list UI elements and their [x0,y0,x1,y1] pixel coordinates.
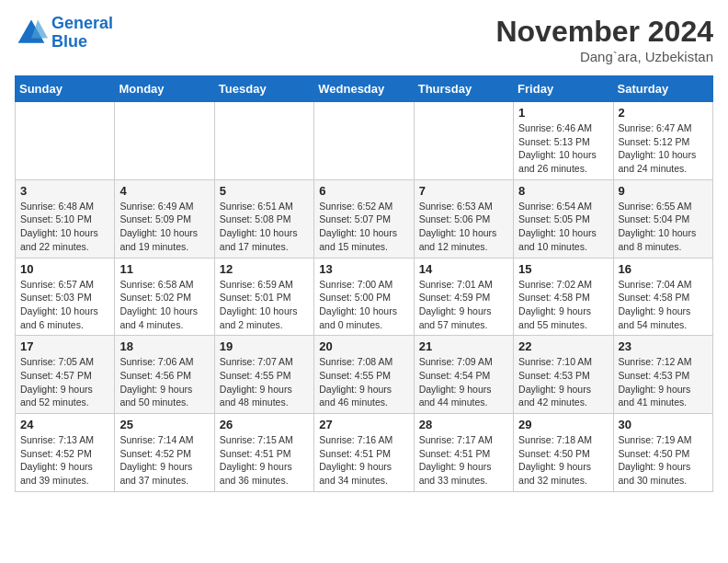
weekday-saturday: Saturday [613,76,712,102]
calendar-cell: 16Sunrise: 7:04 AMSunset: 4:58 PMDayligh… [613,258,712,336]
calendar-cell: 8Sunrise: 6:54 AMSunset: 5:05 PMDaylight… [514,179,613,258]
day-info: Sunrise: 7:10 AMSunset: 4:53 PMDaylight:… [518,355,608,409]
day-number: 6 [319,184,408,198]
day-number: 28 [419,418,508,431]
calendar-cell: 5Sunrise: 6:51 AMSunset: 5:08 PMDaylight… [214,179,313,258]
day-info: Sunrise: 6:57 AMSunset: 5:03 PMDaylight:… [20,278,109,332]
logo-text: General Blue [51,15,113,52]
day-info: Sunrise: 6:59 AMSunset: 5:01 PMDaylight:… [220,278,309,332]
day-info: Sunrise: 7:05 AMSunset: 4:57 PMDaylight:… [20,355,109,409]
day-number: 2 [619,106,708,120]
calendar-cell: 26Sunrise: 7:15 AMSunset: 4:51 PMDayligh… [214,414,313,492]
calendar-cell: 15Sunrise: 7:02 AMSunset: 4:58 PMDayligh… [514,258,613,336]
day-number: 12 [220,262,309,276]
calendar-cell: 1Sunrise: 6:46 AMSunset: 5:13 PMDaylight… [514,102,613,180]
day-number: 25 [119,418,209,431]
calendar-cell [214,102,313,180]
calendar-cell: 24Sunrise: 7:13 AMSunset: 4:52 PMDayligh… [16,414,115,492]
day-number: 15 [518,262,608,276]
calendar-body: 1Sunrise: 6:46 AMSunset: 5:13 PMDaylight… [16,102,713,492]
calendar-header: SundayMondayTuesdayWednesdayThursdayFrid… [16,76,713,102]
day-info: Sunrise: 6:51 AMSunset: 5:08 PMDaylight:… [220,200,309,254]
calendar-cell: 29Sunrise: 7:18 AMSunset: 4:50 PMDayligh… [514,414,613,492]
day-info: Sunrise: 6:52 AMSunset: 5:07 PMDaylight:… [319,200,408,254]
week-row-3: 10Sunrise: 6:57 AMSunset: 5:03 PMDayligh… [16,258,713,336]
day-number: 30 [619,418,708,431]
day-number: 3 [20,184,109,198]
calendar-cell: 23Sunrise: 7:12 AMSunset: 4:53 PMDayligh… [613,336,712,414]
calendar-cell: 4Sunrise: 6:49 AMSunset: 5:09 PMDaylight… [115,179,214,258]
weekday-thursday: Thursday [414,76,513,102]
weekday-friday: Friday [514,76,613,102]
calendar-cell [314,102,414,180]
day-number: 13 [319,262,408,276]
day-number: 23 [619,339,708,353]
calendar-table: SundayMondayTuesdayWednesdayThursdayFrid… [15,75,713,492]
day-info: Sunrise: 7:06 AMSunset: 4:56 PMDaylight:… [119,355,209,409]
logo-line1: General [51,14,113,32]
day-info: Sunrise: 7:02 AMSunset: 4:58 PMDaylight:… [518,278,608,332]
calendar-cell: 11Sunrise: 6:58 AMSunset: 5:02 PMDayligh… [115,258,214,336]
calendar-cell: 6Sunrise: 6:52 AMSunset: 5:07 PMDaylight… [314,179,414,258]
calendar-cell: 3Sunrise: 6:48 AMSunset: 5:10 PMDaylight… [16,179,115,258]
calendar-cell: 19Sunrise: 7:07 AMSunset: 4:55 PMDayligh… [214,336,313,414]
day-info: Sunrise: 6:46 AMSunset: 5:13 PMDaylight:… [518,121,608,176]
day-number: 19 [220,339,309,353]
day-info: Sunrise: 7:08 AMSunset: 4:55 PMDaylight:… [319,355,408,409]
day-info: Sunrise: 7:07 AMSunset: 4:55 PMDaylight:… [220,355,309,409]
calendar-cell: 30Sunrise: 7:19 AMSunset: 4:50 PMDayligh… [613,414,712,492]
day-info: Sunrise: 7:18 AMSunset: 4:50 PMDaylight:… [518,433,608,488]
weekday-tuesday: Tuesday [214,76,313,102]
calendar-cell [115,102,214,180]
calendar-cell: 17Sunrise: 7:05 AMSunset: 4:57 PMDayligh… [16,336,115,414]
calendar-cell: 18Sunrise: 7:06 AMSunset: 4:56 PMDayligh… [115,336,214,414]
day-info: Sunrise: 7:15 AMSunset: 4:51 PMDaylight:… [220,433,309,488]
calendar-cell: 10Sunrise: 6:57 AMSunset: 5:03 PMDayligh… [16,258,115,336]
calendar-cell: 9Sunrise: 6:55 AMSunset: 5:04 PMDaylight… [613,179,712,258]
weekday-wednesday: Wednesday [314,76,414,102]
calendar-cell: 27Sunrise: 7:16 AMSunset: 4:51 PMDayligh… [314,414,414,492]
day-number: 26 [220,418,309,431]
week-row-1: 1Sunrise: 6:46 AMSunset: 5:13 PMDaylight… [16,102,713,180]
weekday-header-row: SundayMondayTuesdayWednesdayThursdayFrid… [16,76,713,102]
week-row-4: 17Sunrise: 7:05 AMSunset: 4:57 PMDayligh… [16,336,713,414]
day-info: Sunrise: 7:17 AMSunset: 4:51 PMDaylight:… [419,433,508,488]
day-info: Sunrise: 7:13 AMSunset: 4:52 PMDaylight:… [20,433,109,488]
calendar-cell: 14Sunrise: 7:01 AMSunset: 4:59 PMDayligh… [414,258,513,336]
day-info: Sunrise: 6:47 AMSunset: 5:12 PMDaylight:… [619,121,708,176]
day-number: 1 [518,106,608,120]
day-number: 5 [220,184,309,198]
logo-icon [15,17,48,50]
day-info: Sunrise: 6:54 AMSunset: 5:05 PMDaylight:… [518,200,608,254]
calendar-cell: 25Sunrise: 7:14 AMSunset: 4:52 PMDayligh… [115,414,214,492]
calendar-cell: 21Sunrise: 7:09 AMSunset: 4:54 PMDayligh… [414,336,513,414]
title-block: November 2024 Dang`ara, Uzbekistan [495,15,713,64]
day-number: 4 [119,184,209,198]
day-number: 20 [319,339,408,353]
month-title: November 2024 [495,15,713,49]
day-info: Sunrise: 6:49 AMSunset: 5:09 PMDaylight:… [119,200,209,254]
day-number: 29 [518,418,608,431]
calendar-cell: 22Sunrise: 7:10 AMSunset: 4:53 PMDayligh… [514,336,613,414]
weekday-monday: Monday [115,76,214,102]
logo-line2: Blue [51,32,87,51]
day-info: Sunrise: 7:14 AMSunset: 4:52 PMDaylight:… [119,433,209,488]
calendar-cell: 7Sunrise: 6:53 AMSunset: 5:06 PMDaylight… [414,179,513,258]
calendar-cell [414,102,513,180]
calendar-cell [16,102,115,180]
day-info: Sunrise: 6:58 AMSunset: 5:02 PMDaylight:… [119,278,209,332]
calendar-cell: 2Sunrise: 6:47 AMSunset: 5:12 PMDaylight… [613,102,712,180]
day-info: Sunrise: 7:09 AMSunset: 4:54 PMDaylight:… [419,355,508,409]
day-info: Sunrise: 7:19 AMSunset: 4:50 PMDaylight:… [619,433,708,488]
day-number: 18 [119,339,209,353]
calendar-cell: 12Sunrise: 6:59 AMSunset: 5:01 PMDayligh… [214,258,313,336]
location: Dang`ara, Uzbekistan [495,49,713,64]
calendar-cell: 20Sunrise: 7:08 AMSunset: 4:55 PMDayligh… [314,336,414,414]
day-number: 27 [319,418,408,431]
day-number: 7 [419,184,508,198]
day-number: 11 [119,262,209,276]
day-number: 16 [619,262,708,276]
week-row-5: 24Sunrise: 7:13 AMSunset: 4:52 PMDayligh… [16,414,713,492]
day-info: Sunrise: 6:53 AMSunset: 5:06 PMDaylight:… [419,200,508,254]
day-number: 8 [518,184,608,198]
